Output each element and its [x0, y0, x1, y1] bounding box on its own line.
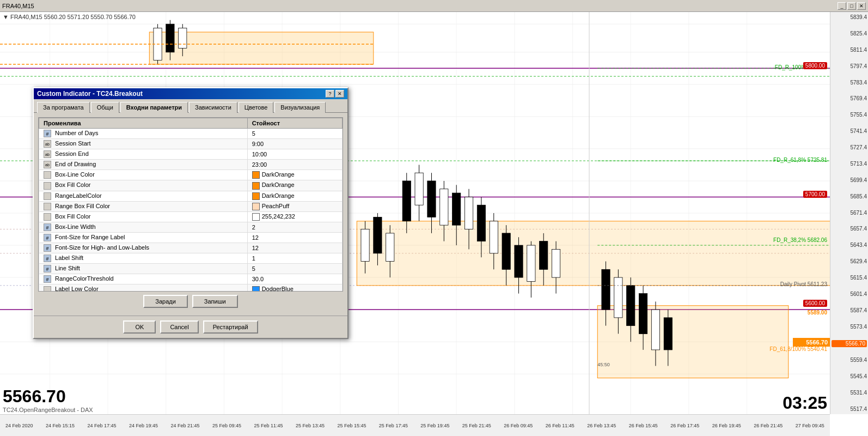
param-value-cell[interactable]: 255,242,232 — [247, 211, 342, 222]
color-swatch-icon — [252, 171, 260, 179]
table-row[interactable]: RangeLabelColorDarkOrange — [39, 191, 343, 201]
price-5566-current: 5566.70 — [832, 340, 867, 347]
price-5797: 5797.4 — [832, 63, 867, 69]
table-row[interactable]: # Line Shift5 — [39, 264, 343, 274]
tab-dependencies[interactable]: Зависимости — [189, 102, 237, 113]
svg-rect-87 — [614, 277, 622, 318]
price-axis: 5839.4 5825.4 5811.4 5797.4 5783.4 5769.… — [830, 12, 868, 414]
param-variable-cell: RangeLabelColor — [39, 191, 248, 201]
param-value-cell[interactable]: PeachPuff — [247, 201, 342, 211]
ok-button[interactable]: OK — [123, 320, 156, 334]
table-row[interactable]: Box Fill Color255,242,232 — [39, 211, 343, 222]
tab-visualization[interactable]: Визуализация — [274, 102, 326, 113]
tab-input-params[interactable]: Входни параметри — [120, 102, 188, 113]
price-5769: 5769.4 — [832, 95, 867, 101]
current-price-box: 5566.70 — [793, 338, 830, 347]
price-5699: 5699.4 — [832, 177, 867, 183]
param-value-cell[interactable]: 12 — [247, 232, 342, 243]
table-row[interactable]: # Number of Days5 — [39, 129, 343, 139]
table-row[interactable]: Box-Line ColorDarkOrange — [39, 170, 343, 180]
param-value-cell[interactable]: DarkOrange — [247, 191, 342, 201]
param-value-cell[interactable]: 9:00 — [247, 139, 342, 149]
table-row[interactable]: ab End of Drawing23:00 — [39, 160, 343, 170]
table-row[interactable]: # Font-Size for High- and Low-Labels12 — [39, 243, 343, 253]
color-swatch-icon — [252, 182, 260, 190]
svg-rect-55 — [374, 217, 382, 253]
svg-rect-89 — [627, 286, 635, 326]
param-value-cell[interactable]: DarkOrange — [247, 180, 342, 191]
dialog-title-controls[interactable]: ? ✕ — [326, 90, 344, 98]
param-value-cell[interactable]: 30.0 — [247, 274, 342, 284]
table-row[interactable]: # RangeColorThreshold30.0 — [39, 274, 343, 284]
save-button[interactable]: Запиши — [192, 295, 238, 308]
param-variable-cell: ab Session Start — [39, 139, 248, 149]
table-row[interactable]: # Box-Line Width2 — [39, 222, 343, 232]
param-variable-cell: Box Fill Color — [39, 180, 248, 191]
custom-indicator-dialog[interactable]: Custom Indicator - TC24.Breakout ? ✕ За … — [33, 87, 349, 339]
price-5657: 5657.4 — [832, 226, 867, 232]
time-label-10: 25 Feb 17:45 — [379, 423, 408, 428]
price-5741: 5741.4 — [832, 128, 867, 134]
param-value-cell[interactable]: DodgerBlue — [247, 284, 342, 292]
table-row[interactable]: ab Session Start9:00 — [39, 139, 343, 149]
time-label-13: 26 Feb 09:45 — [504, 423, 533, 428]
svg-rect-95 — [664, 318, 672, 350]
restart-button[interactable]: Рестартирай — [203, 320, 258, 334]
param-value-cell[interactable]: 2 — [247, 222, 342, 232]
tab-general[interactable]: Общи — [91, 102, 119, 113]
price-5587: 5587.4 — [832, 307, 867, 313]
cancel-button[interactable]: Cancel — [160, 320, 198, 334]
param-value-cell[interactable]: 5 — [247, 264, 342, 274]
price-5839: 5839.4 — [832, 14, 867, 20]
table-row[interactable]: Label Low ColorDodgerBlue — [39, 284, 343, 292]
svg-rect-73 — [490, 221, 498, 253]
dialog-help-button[interactable]: ? — [326, 90, 334, 98]
price-5825: 5825.4 — [832, 31, 867, 37]
param-type-icon: # — [44, 223, 51, 231]
param-variable-cell: # Label Shift — [39, 253, 248, 264]
minimize-button[interactable]: _ — [838, 2, 846, 10]
fd-r-618-label: FD_R_61,8% 5725.81 — [773, 157, 827, 163]
table-row[interactable]: Box Fill ColorDarkOrange — [39, 180, 343, 191]
param-variable-cell: # RangeColorThreshold — [39, 274, 248, 284]
params-table: Променлива Стойност # Number of Days5ab … — [39, 118, 343, 292]
maximize-button[interactable]: □ — [847, 2, 856, 10]
time-label-6: 25 Feb 09:45 — [212, 423, 241, 428]
reset-button[interactable]: Заради — [143, 295, 188, 308]
svg-rect-81 — [540, 241, 548, 270]
time-label-1: 24 Feb 2020 — [5, 423, 33, 428]
close-button[interactable]: ✕ — [857, 2, 866, 10]
time-label-15: 26 Feb 13:45 — [587, 423, 616, 428]
param-value-cell[interactable]: 10:00 — [247, 149, 342, 160]
params-table-wrapper[interactable]: Променлива Стойност # Number of Days5ab … — [38, 117, 343, 292]
param-value-cell[interactable]: 23:00 — [247, 160, 342, 170]
time-label-11: 25 Feb 19:45 — [420, 423, 449, 428]
table-row[interactable]: ab Session End10:00 — [39, 149, 343, 160]
fd-r-382-label: FD_R_38,2% 5682.06 — [773, 237, 827, 243]
table-row[interactable]: # Label Shift1 — [39, 253, 343, 264]
svg-rect-71 — [477, 205, 485, 241]
price-box-5700: 5700.00 — [803, 191, 827, 198]
param-value-cell[interactable]: 12 — [247, 243, 342, 253]
time-label-5: 24 Feb 21:45 — [170, 423, 199, 428]
time-axis: 24 Feb 2020 24 Feb 15:15 24 Feb 17:45 24… — [0, 414, 830, 436]
svg-rect-91 — [639, 294, 647, 334]
dialog-close-button[interactable]: ✕ — [335, 90, 344, 98]
svg-rect-63 — [427, 181, 436, 217]
param-value-cell[interactable]: 5 — [247, 129, 342, 139]
tab-about[interactable]: За програмата — [37, 102, 90, 113]
chart-info: ▼ FRA40,M15 5560.20 5571.20 5550.70 5566… — [3, 14, 136, 20]
tab-colors[interactable]: Цветове — [239, 102, 273, 113]
col-variable-header: Променлива — [39, 118, 248, 129]
param-value-cell[interactable]: 1 — [247, 253, 342, 264]
svg-rect-77 — [515, 245, 523, 277]
title-bar-controls[interactable]: _ □ ✕ — [838, 2, 866, 10]
bottom-left-info: 5566.70 TC24.OpenRangeBreakout - DAX — [3, 386, 93, 413]
param-variable-cell: Label Low Color — [39, 284, 248, 292]
table-row[interactable]: # Font-Size for Range Label12 — [39, 232, 343, 243]
param-value-cell[interactable]: DarkOrange — [247, 170, 342, 180]
price-5629: 5629.4 — [832, 258, 867, 264]
time-label-8: 25 Feb 13:45 — [296, 423, 325, 428]
big-price-display: 5566.70 — [3, 386, 93, 407]
table-row[interactable]: Range Box Fill ColorPeachPuff — [39, 201, 343, 211]
